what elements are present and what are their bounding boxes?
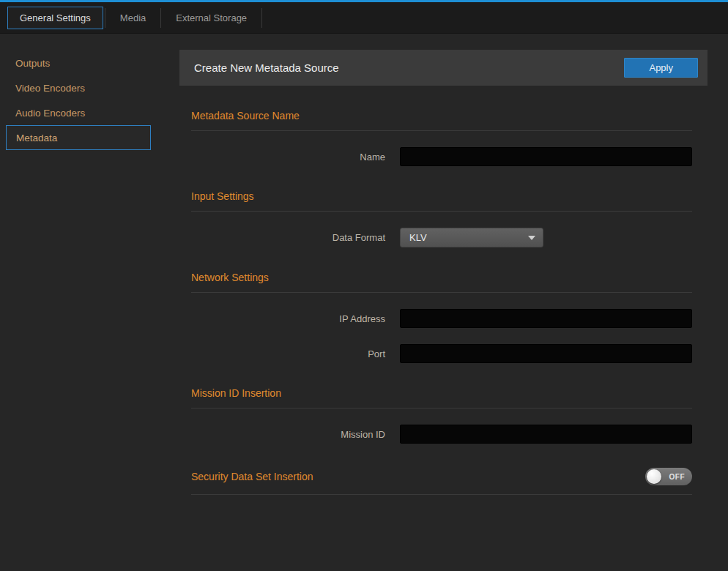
section-divider bbox=[191, 130, 692, 131]
page-title: Create New Metatada Source bbox=[194, 61, 339, 74]
section-divider bbox=[191, 211, 692, 212]
section-input-settings: Input Settings Data Format KLV bbox=[191, 190, 692, 247]
ip-address-label: IP Address bbox=[191, 313, 385, 324]
mission-id-label: Mission ID bbox=[191, 429, 385, 440]
name-input[interactable] bbox=[400, 147, 692, 166]
section-metadata-source-name: Metadata Source Name Name bbox=[191, 110, 692, 166]
section-title: Security Data Set Insertion bbox=[191, 471, 313, 482]
tab-divider bbox=[105, 8, 105, 28]
section-title: Metadata Source Name bbox=[191, 110, 692, 122]
tab-divider bbox=[160, 8, 161, 28]
sidebar-item-metadata[interactable]: Metadata bbox=[6, 125, 151, 150]
tab-general-settings[interactable]: General Settings bbox=[7, 7, 103, 29]
section-mission-id-insertion: Mission ID Insertion Mission ID bbox=[191, 387, 692, 444]
data-format-select[interactable]: KLV bbox=[400, 228, 543, 247]
sidebar-item-outputs[interactable]: Outputs bbox=[0, 51, 179, 75]
tab-media[interactable]: Media bbox=[107, 7, 159, 29]
sidebar: Outputs Video Encoders Audio Encoders Me… bbox=[0, 34, 179, 571]
ip-address-input[interactable] bbox=[400, 309, 692, 328]
section-title: Input Settings bbox=[191, 190, 692, 202]
section-network-settings: Network Settings IP Address Port bbox=[191, 272, 692, 363]
section-divider bbox=[191, 494, 692, 495]
toggle-state-label: OFF bbox=[669, 473, 686, 481]
top-tab-bar: General Settings Media External Storage bbox=[0, 2, 728, 34]
name-label: Name bbox=[191, 152, 385, 163]
section-security-data-set-insertion: Security Data Set Insertion OFF bbox=[191, 468, 692, 495]
main-panel: Create New Metatada Source Apply Metadat… bbox=[179, 34, 728, 571]
mission-id-input[interactable] bbox=[400, 425, 692, 444]
section-title: Network Settings bbox=[191, 272, 692, 283]
tab-external-storage[interactable]: External Storage bbox=[163, 7, 260, 29]
security-data-set-toggle[interactable]: OFF bbox=[645, 468, 692, 485]
section-divider bbox=[191, 292, 692, 293]
apply-button[interactable]: Apply bbox=[624, 58, 698, 78]
section-divider bbox=[191, 408, 692, 408]
sidebar-item-video-encoders[interactable]: Video Encoders bbox=[0, 75, 179, 100]
chevron-down-icon bbox=[528, 236, 535, 240]
sidebar-item-audio-encoders[interactable]: Audio Encoders bbox=[0, 100, 179, 125]
section-title: Mission ID Insertion bbox=[191, 387, 692, 399]
panel-header: Create New Metatada Source Apply bbox=[179, 50, 707, 86]
toggle-knob bbox=[647, 469, 661, 484]
form-content: Metadata Source Name Name Input Settings… bbox=[179, 110, 707, 495]
port-input[interactable] bbox=[400, 344, 692, 363]
port-label: Port bbox=[191, 348, 385, 359]
data-format-selected-value: KLV bbox=[409, 232, 427, 243]
tab-divider bbox=[261, 8, 262, 28]
data-format-label: Data Format bbox=[191, 232, 385, 243]
